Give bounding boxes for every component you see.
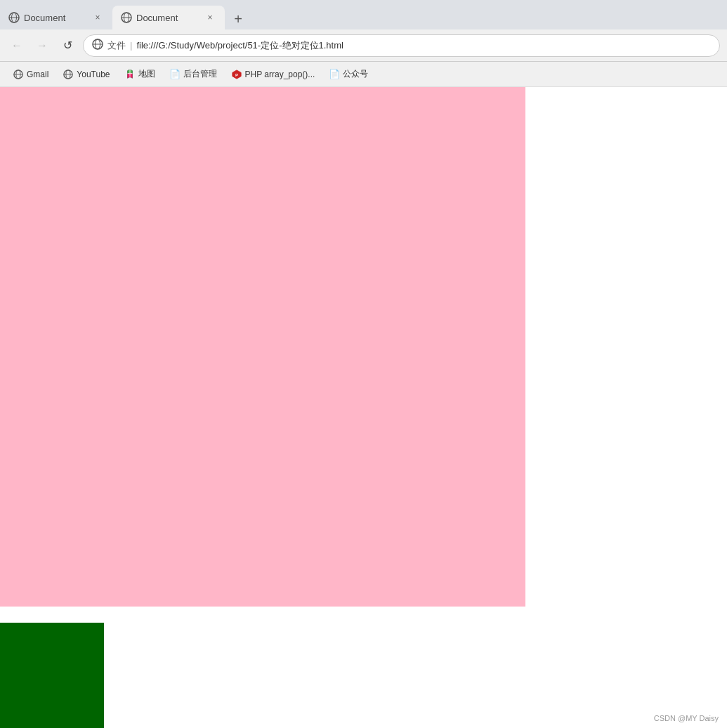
address-url: file:///G:/Study/Web/project/51-定位-绝对定位1… (136, 39, 343, 52)
bookmark-wechat-icon: 📄 (329, 69, 340, 80)
bookmarks-bar: Gmail YouTube 地图 📄 (0, 62, 727, 87)
forward-icon: → (37, 39, 48, 52)
bookmark-php-icon: P (231, 69, 242, 80)
bookmark-youtube-label: YouTube (77, 70, 110, 79)
address-separator: | (130, 40, 132, 51)
bookmark-maps[interactable]: 地图 (119, 66, 161, 82)
bookmark-admin-icon: 📄 (169, 69, 181, 80)
bookmark-maps-icon (124, 69, 136, 80)
back-icon: ← (11, 39, 22, 52)
reload-icon: ↺ (63, 39, 72, 52)
address-bar[interactable]: 文件 | file:///G:/Study/Web/project/51-定位-… (83, 34, 720, 57)
bookmark-admin-label: 后台管理 (183, 68, 217, 80)
new-tab-button[interactable]: + (228, 8, 249, 29)
bookmark-gmail-label: Gmail (27, 70, 48, 79)
bookmark-php-label: PHP array_pop()... (245, 70, 315, 79)
tab-2-title: Document (136, 13, 199, 23)
svg-text:P: P (235, 72, 237, 77)
bookmark-youtube-icon (63, 69, 74, 80)
watermark: CSDN @MY Daisy (654, 714, 719, 722)
nav-bar: ← → ↺ 文件 | file:///G:/Study/Web/project/… (0, 29, 727, 62)
bookmark-gmail-icon (13, 69, 24, 80)
bookmark-gmail[interactable]: Gmail (7, 67, 54, 82)
browser-frame: Document × Document × + ← → ↺ 文件 | f (0, 0, 727, 728)
address-protocol-icon (92, 39, 103, 52)
bookmark-admin[interactable]: 📄 后台管理 (164, 66, 223, 82)
reload-button[interactable]: ↺ (58, 36, 77, 55)
address-protocol-label: 文件 (107, 39, 126, 52)
tab-2-icon (121, 12, 132, 23)
tab-2[interactable]: Document × (112, 6, 225, 29)
back-button[interactable]: ← (7, 36, 27, 55)
green-box (0, 623, 104, 728)
tab-1-title: Document (24, 13, 87, 23)
bookmark-wechat[interactable]: 📄 公众号 (323, 66, 374, 82)
tab-2-close[interactable]: × (204, 11, 216, 24)
tab-1-close[interactable]: × (91, 11, 104, 24)
bookmark-wechat-label: 公众号 (343, 68, 368, 80)
page-content: CSDN @MY Daisy (0, 87, 727, 728)
tab-1-icon (8, 12, 20, 23)
bookmark-youtube[interactable]: YouTube (57, 67, 115, 82)
pink-box (0, 87, 525, 607)
bookmark-php[interactable]: P PHP array_pop()... (225, 67, 321, 82)
tab-1[interactable]: Document × (0, 6, 112, 29)
tab-bar: Document × Document × + (0, 0, 727, 29)
bookmark-maps-label: 地图 (138, 68, 155, 80)
forward-button[interactable]: → (32, 36, 52, 55)
